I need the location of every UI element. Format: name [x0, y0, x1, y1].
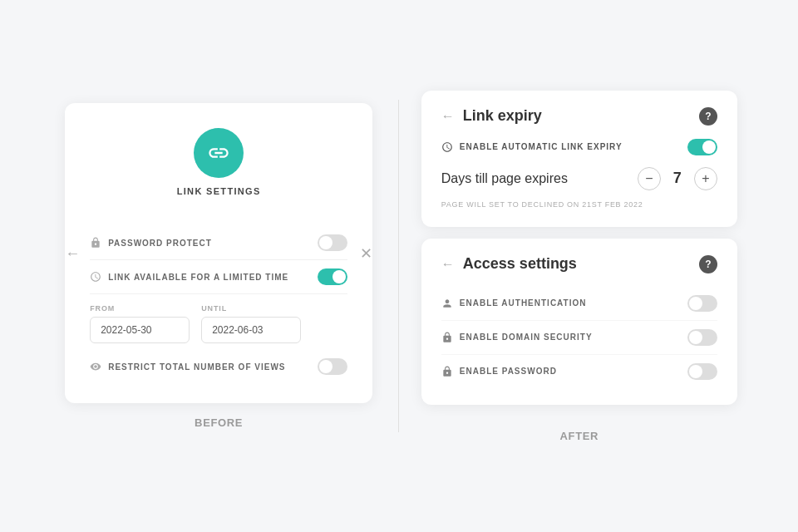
- until-date-input[interactable]: [201, 317, 301, 343]
- date-range-area: FROM UNTIL: [90, 304, 347, 343]
- enable-password-toggle[interactable]: [687, 363, 717, 380]
- enable-password-label: ENABLE PASSWORD: [441, 366, 557, 377]
- link-available-toggle[interactable]: [318, 268, 347, 285]
- after-cards: ← Link expiry ? ENABLE AUTOMATIC LINK EX…: [421, 91, 737, 405]
- access-settings-title-group: ← Access settings: [441, 255, 577, 273]
- link-expiry-title-group: ← Link expiry: [441, 107, 542, 125]
- password-protect-row: PASSWORD PROTECT: [90, 226, 347, 260]
- enable-domain-security-toggle[interactable]: [687, 329, 717, 346]
- link-expiry-header: ← Link expiry ?: [441, 107, 717, 126]
- from-label: FROM: [90, 304, 190, 313]
- days-value: 7: [669, 170, 686, 187]
- restrict-views-label: RESTRICT TOTAL NUMBER OF VIEWS: [90, 361, 285, 372]
- access-settings-title: Access settings: [463, 255, 577, 273]
- from-date-field: FROM: [90, 304, 190, 343]
- password-protect-toggle[interactable]: [318, 234, 347, 251]
- link-available-label: LINK AVAILABLE FOR A LIMITED TIME: [90, 271, 288, 283]
- panel-divider: [398, 100, 399, 432]
- decrement-button[interactable]: −: [638, 167, 661, 190]
- days-label: Days till page expires: [441, 171, 568, 186]
- days-counter-row: Days till page expires − 7 +: [441, 167, 717, 190]
- close-icon[interactable]: ✕: [360, 244, 372, 263]
- access-settings-header: ← Access settings ?: [441, 255, 717, 273]
- restrict-views-toggle[interactable]: [318, 358, 347, 375]
- auto-expiry-label: ENABLE AUTOMATIC LINK EXPIRY: [441, 141, 623, 153]
- main-container: ← LINK SETTINGS ✕ PASSWORD PROTECT: [0, 0, 798, 532]
- auto-expiry-toggle[interactable]: [687, 139, 717, 155]
- until-label: UNTIL: [201, 304, 301, 313]
- avatar: [194, 128, 244, 178]
- after-panel: ← Link expiry ? ENABLE AUTOMATIC LINK EX…: [421, 91, 737, 442]
- link-expiry-back-icon[interactable]: ←: [441, 109, 455, 124]
- until-date-field: UNTIL: [201, 304, 301, 343]
- enable-domain-security-label: ENABLE DOMAIN SECURITY: [441, 332, 593, 343]
- link-expiry-card: ← Link expiry ? ENABLE AUTOMATIC LINK EX…: [421, 91, 737, 227]
- link-expiry-help-icon[interactable]: ?: [699, 107, 717, 126]
- expiry-note: PAGE WILL SET TO DECLINED ON 21ST FEB 20…: [441, 200, 643, 209]
- before-footer-label: BEFORE: [195, 416, 243, 429]
- back-arrow-icon[interactable]: ←: [65, 244, 80, 262]
- enable-authentication-label: ENABLE AUTHENTICATION: [441, 298, 587, 309]
- from-date-input[interactable]: [90, 317, 190, 343]
- enable-domain-security-row: ENABLE DOMAIN SECURITY: [441, 321, 717, 355]
- access-settings-card: ← Access settings ? ENABLE AUTHENTICATIO…: [421, 239, 737, 405]
- auto-expiry-row: ENABLE AUTOMATIC LINK EXPIRY: [441, 139, 717, 155]
- enable-authentication-toggle[interactable]: [687, 295, 717, 312]
- enable-password-row: ENABLE PASSWORD: [441, 355, 717, 388]
- enable-authentication-row: ENABLE AUTHENTICATION: [441, 287, 717, 321]
- access-settings-back-icon[interactable]: ←: [441, 257, 455, 272]
- restrict-views-row: RESTRICT TOTAL NUMBER OF VIEWS: [90, 350, 347, 383]
- before-panel: ← LINK SETTINGS ✕ PASSWORD PROTECT: [61, 103, 377, 429]
- access-settings-help-icon[interactable]: ?: [699, 255, 717, 273]
- link-available-row: LINK AVAILABLE FOR A LIMITED TIME: [90, 260, 347, 294]
- link-expiry-title: Link expiry: [463, 107, 542, 125]
- increment-button[interactable]: +: [694, 167, 717, 190]
- after-footer-label: AFTER: [560, 430, 599, 442]
- card-title: LINK SETTINGS: [177, 186, 261, 196]
- counter-controls: − 7 +: [638, 167, 717, 190]
- password-protect-label: PASSWORD PROTECT: [90, 237, 212, 249]
- link-settings-card: ← LINK SETTINGS ✕ PASSWORD PROTECT: [65, 103, 372, 403]
